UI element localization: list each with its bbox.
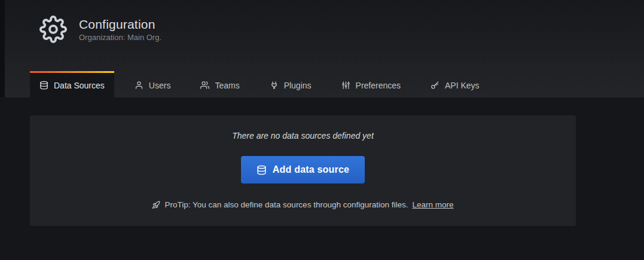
- tab-label: Teams: [215, 81, 239, 90]
- tab-preferences[interactable]: Preferences: [332, 71, 410, 97]
- configuration-gear-icon: [39, 16, 67, 43]
- tab-label: Data Sources: [54, 81, 105, 90]
- add-data-source-label: Add data source: [273, 164, 349, 175]
- empty-state-panel: There are no data sources defined yet Ad…: [30, 115, 576, 226]
- sliders-icon: [341, 81, 350, 90]
- page-subtitle: Organization: Main Org.: [79, 33, 161, 42]
- left-edge-strip: [0, 0, 5, 97]
- tab-label: Users: [149, 81, 171, 90]
- title-block: Configuration Organization: Main Org.: [79, 17, 161, 42]
- header-main: Configuration Organization: Main Org.: [5, 0, 644, 43]
- tab-bar: Data Sources Users Teams: [30, 71, 489, 97]
- users-icon: [200, 81, 209, 90]
- add-data-source-button[interactable]: Add data source: [241, 156, 365, 183]
- database-icon: [257, 165, 267, 175]
- tab-label: Preferences: [356, 81, 401, 90]
- tab-users[interactable]: Users: [125, 71, 181, 97]
- tab-label: API Keys: [445, 81, 480, 90]
- tab-plugins[interactable]: Plugins: [260, 71, 321, 97]
- protip-row: ProTip: You can also define data sources…: [152, 200, 453, 209]
- page-title: Configuration: [79, 17, 161, 32]
- key-icon: [431, 81, 439, 90]
- rocket-icon: [152, 201, 160, 209]
- protip-text: ProTip: You can also define data sources…: [164, 200, 408, 209]
- database-icon: [39, 81, 48, 90]
- tab-data-sources[interactable]: Data Sources: [30, 71, 114, 97]
- tab-label: Plugins: [284, 81, 312, 90]
- tab-api-keys[interactable]: API Keys: [421, 71, 489, 97]
- page-header: Configuration Organization: Main Org. Da…: [5, 0, 644, 97]
- learn-more-link[interactable]: Learn more: [412, 200, 453, 209]
- user-icon: [135, 81, 144, 90]
- plug-icon: [270, 81, 279, 90]
- empty-state-message: There are no data sources defined yet: [232, 131, 374, 140]
- tab-teams[interactable]: Teams: [191, 71, 249, 97]
